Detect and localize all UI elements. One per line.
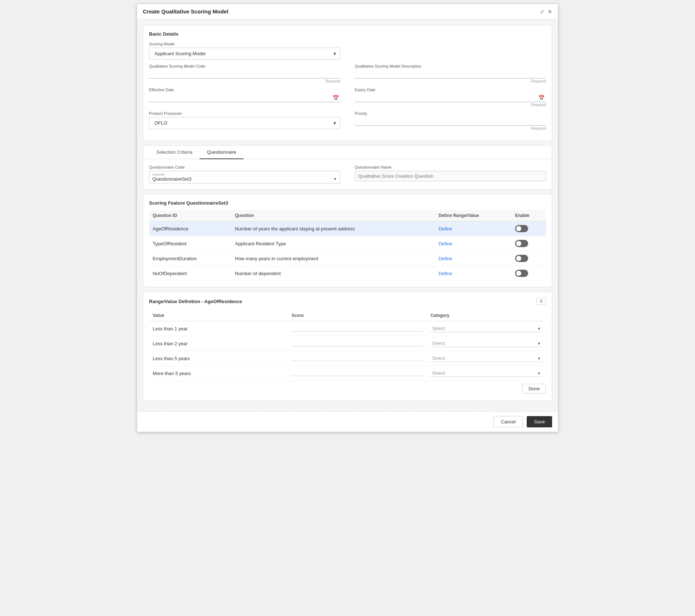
qual-desc-input[interactable] xyxy=(355,70,546,78)
modal-title: Create Qualitative Scoring Model xyxy=(143,8,228,15)
cell-question: Number of years the applicant staying at… xyxy=(232,221,435,236)
cell-enable xyxy=(511,221,546,236)
questionnaire-name-input[interactable] xyxy=(355,171,546,181)
enable-toggle[interactable] xyxy=(515,255,528,262)
qual-code-required: Required xyxy=(149,79,340,83)
cell-enable xyxy=(511,266,546,281)
category-select-wrapper[interactable]: Select ▼ xyxy=(430,340,542,347)
col-question-id: Question ID xyxy=(149,210,232,221)
range-cell-value: Less than 5 years xyxy=(149,351,288,366)
questionnaire-name-group: Questionnaire Name xyxy=(355,165,546,184)
category-select[interactable]: Select xyxy=(430,325,542,332)
scoring-model-select[interactable]: Applicant Scoring Model xyxy=(152,49,337,58)
score-input[interactable] xyxy=(292,370,423,376)
scoring-model-dropdown-wrapper[interactable]: Applicant Scoring Model ▼ xyxy=(149,48,340,60)
range-definition-section: Range/Value Definition - AgeOfResidence … xyxy=(143,291,552,401)
scoring-model-row: Scoring Model Applicant Scoring Model ▼ xyxy=(149,42,546,60)
range-table-header-row: Value Score Category xyxy=(149,310,546,321)
range-close-button[interactable]: X xyxy=(537,298,546,305)
toggle-slider xyxy=(515,255,528,262)
define-link[interactable]: Define xyxy=(438,241,452,246)
range-table-row: Less than 5 years Select ▼ xyxy=(149,351,546,366)
enable-toggle[interactable] xyxy=(515,225,528,232)
category-select[interactable]: Select xyxy=(430,340,542,347)
range-table-body: Less than 1 year Select ▼ Less than 2 ye… xyxy=(149,321,546,381)
qual-desc-label: Qualitative Scoring Model Description xyxy=(355,64,546,68)
range-cell-score[interactable] xyxy=(288,321,427,336)
tab-bar: Selection Criteria Questionnaire xyxy=(143,146,552,159)
close-icon[interactable]: ✕ xyxy=(548,9,552,15)
expiry-calendar-icon[interactable]: 📅 xyxy=(537,94,546,101)
product-processor-select[interactable]: OFLO xyxy=(152,119,337,127)
category-select-wrapper[interactable]: Select ▼ xyxy=(430,355,542,362)
category-select-wrapper[interactable]: Select ▼ xyxy=(430,370,542,377)
cell-define[interactable]: Define xyxy=(435,236,511,251)
range-table-row: Less than 2 year Select ▼ xyxy=(149,336,546,351)
effective-calendar-icon[interactable]: 📅 xyxy=(331,94,340,101)
questionnaire-name-label: Questionnaire Name xyxy=(355,165,546,169)
category-select[interactable]: Select xyxy=(430,370,542,377)
score-input[interactable] xyxy=(292,341,423,346)
define-link[interactable]: Define xyxy=(438,256,452,261)
cell-question-id: AgeOfResidence xyxy=(149,221,232,236)
range-cell-value: Less than 1 year xyxy=(149,321,288,336)
questionnaire-code-placeholder-label: required xyxy=(152,173,337,176)
range-col-value: Value xyxy=(149,310,288,321)
cell-enable xyxy=(511,251,546,266)
product-processor-dropdown-wrapper[interactable]: OFLO ▼ xyxy=(149,117,340,129)
cell-question: How many years in current employment xyxy=(232,251,435,266)
cell-define[interactable]: Define xyxy=(435,221,511,236)
category-select[interactable]: Select xyxy=(430,355,542,362)
qual-code-group: Qualitative Scoring Model Code Required xyxy=(149,64,340,83)
col-question: Question xyxy=(232,210,435,221)
tab-selection-criteria[interactable]: Selection Criteria xyxy=(149,146,200,159)
questions-table-header-row: Question ID Question Define Range/Value … xyxy=(149,210,546,221)
toggle-slider xyxy=(515,240,528,247)
range-cell-score[interactable] xyxy=(288,351,427,366)
range-table-head: Value Score Category xyxy=(149,310,546,321)
score-input[interactable] xyxy=(292,355,423,361)
cell-question: Number of dependent xyxy=(232,266,435,281)
cancel-button[interactable]: Cancel xyxy=(493,416,523,427)
col-enable: Enable xyxy=(511,210,546,221)
priority-required: Required xyxy=(355,126,546,130)
processor-priority-row: Product Processor OFLO ▼ Priority Requir… xyxy=(149,111,546,130)
modal-footer: Cancel Save xyxy=(137,411,558,432)
category-select-wrapper[interactable]: Select ▼ xyxy=(430,325,542,332)
cell-define[interactable]: Define xyxy=(435,266,511,281)
questionnaire-fields-row: Questionnaire Code required Questionnair… xyxy=(149,165,546,184)
questionnaire-code-label: Questionnaire Code xyxy=(149,165,340,169)
modal-body: Basic Details Scoring Model Applicant Sc… xyxy=(137,19,558,411)
define-link[interactable]: Define xyxy=(438,226,452,231)
scoring-feature-section: Scoring Feature QuestionnaireSet3 Questi… xyxy=(143,194,552,287)
qual-code-input[interactable] xyxy=(149,70,340,78)
range-cell-score[interactable] xyxy=(288,336,427,351)
toggle-slider xyxy=(515,225,528,232)
range-cell-category: Select ▼ xyxy=(427,366,546,381)
tab-questionnaire[interactable]: Questionnaire xyxy=(200,146,244,159)
effective-date-input[interactable]: September 30, 2020 xyxy=(149,93,331,102)
cell-enable xyxy=(511,236,546,251)
modal-header-icons: ⤢ ✕ xyxy=(540,9,552,15)
expand-icon[interactable]: ⤢ xyxy=(540,9,544,15)
range-col-category: Category xyxy=(427,310,546,321)
range-cell-value: More than 5 years xyxy=(149,366,288,381)
expiry-date-input[interactable] xyxy=(355,93,537,102)
scoring-feature-title: Scoring Feature QuestionnaireSet3 xyxy=(149,200,546,206)
enable-toggle[interactable] xyxy=(515,270,528,277)
save-button[interactable]: Save xyxy=(527,416,552,427)
dates-row: Effective Date September 30, 2020 📅 Expi… xyxy=(149,88,546,107)
priority-input[interactable] xyxy=(355,117,546,126)
enable-toggle[interactable] xyxy=(515,240,528,247)
table-row: AgeOfResidence Number of years the appli… xyxy=(149,221,546,236)
questionnaire-code-select[interactable]: QuestionnaireSet3 xyxy=(152,176,333,182)
done-button[interactable]: Done xyxy=(522,384,546,394)
product-processor-group: Product Processor OFLO ▼ xyxy=(149,111,340,130)
define-link[interactable]: Define xyxy=(438,271,452,276)
range-cell-score[interactable] xyxy=(288,366,427,381)
scoring-model-label: Scoring Model xyxy=(149,42,340,46)
cell-question: Applicant Resident Type xyxy=(232,236,435,251)
score-input[interactable] xyxy=(292,326,423,331)
questionnaire-code-select-wrapper[interactable]: required QuestionnaireSet3 ▼ xyxy=(149,171,340,184)
cell-define[interactable]: Define xyxy=(435,251,511,266)
